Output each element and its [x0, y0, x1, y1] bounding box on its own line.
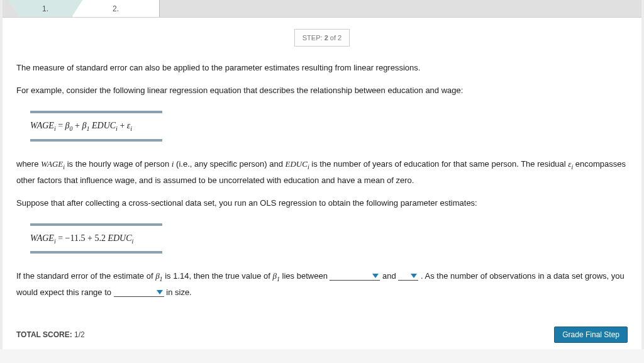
equation-bar-top	[30, 223, 162, 226]
chevron-down-icon	[372, 274, 379, 278]
footer-bar: TOTAL SCORE: 1/2 Grade Final Step	[16, 324, 628, 343]
chevron-down-icon	[157, 290, 163, 294]
intro-2: For example, consider the following line…	[16, 83, 628, 98]
tab-step-2[interactable]: 2.	[72, 0, 160, 17]
equation-1-text: WAGEi = β0 + β1 EDUCi + εi	[30, 114, 628, 138]
content-panel: STEP: 2 of 2 The measure of standard err…	[3, 18, 641, 349]
suppose-text: Suppose that after collecting a cross-se…	[16, 196, 628, 211]
dropdown-range-change[interactable]	[114, 288, 164, 297]
step-current: 2	[325, 34, 328, 42]
equation-bar-top	[30, 111, 162, 113]
total-score-label: TOTAL SCORE:	[16, 330, 72, 339]
question-text: If the standard error of the estimate of…	[16, 269, 628, 300]
regression-equation-2: WAGEi = −11.5 + 5.2 EDUCi	[30, 223, 628, 254]
chevron-down-icon	[411, 274, 417, 278]
intro-1: The measure of standard error can also b…	[16, 60, 628, 75]
tab-label: 2.	[113, 4, 119, 13]
equation-2-text: WAGEi = −11.5 + 5.2 EDUCi	[30, 226, 628, 250]
tab-label: 1.	[42, 4, 48, 13]
step-box: STEP: 2 of 2	[294, 29, 350, 47]
step-of: of	[330, 34, 336, 42]
equation-bar-bottom	[30, 139, 162, 142]
regression-equation-1: WAGEi = β0 + β1 EDUCi + εi	[30, 111, 628, 141]
page-container: 1. 2. STEP: 2 of 2 The measure of standa…	[0, 0, 644, 349]
equation-bar-bottom	[30, 251, 162, 254]
step-prefix: STEP:	[303, 34, 323, 42]
grade-final-step-button[interactable]: Grade Final Step	[554, 327, 628, 343]
tab-step-1[interactable]: 1.	[8, 0, 83, 17]
tabs-bar: 1. 2.	[3, 0, 641, 18]
step-total: 2	[338, 34, 341, 42]
dropdown-upper-bound[interactable]	[398, 272, 418, 281]
dropdown-lower-bound[interactable]	[330, 272, 380, 281]
total-score-value: 1/2	[74, 330, 85, 339]
step-indicator: STEP: 2 of 2	[16, 29, 628, 47]
variable-description: where WAGEi is the hourly wage of person…	[16, 157, 628, 188]
total-score: TOTAL SCORE: 1/2	[16, 328, 85, 342]
